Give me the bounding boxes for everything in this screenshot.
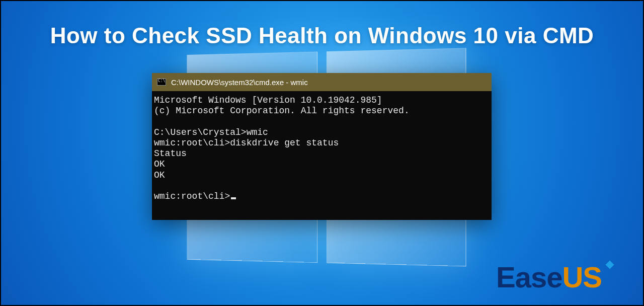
cmd-icon [157,79,166,86]
brand-text-us: US [562,260,602,294]
cursor-icon [231,197,236,199]
page-title: How to Check SSD Health on Windows 10 vi… [1,23,643,48]
cmd-line: Microsoft Windows [Version 10.0.19042.98… [154,95,382,105]
cmd-window-title: C:\WINDOWS\system32\cmd.exe - wmic [171,78,308,87]
tutorial-graphic: How to Check SSD Health on Windows 10 vi… [0,0,644,306]
cmd-titlebar[interactable]: C:\WINDOWS\system32\cmd.exe - wmic [152,73,492,91]
cmd-line: C:\Users\Crystal>wmic [154,127,268,137]
cmd-output[interactable]: Microsoft Windows [Version 10.0.19042.98… [152,91,492,220]
brand-text-ease: Ease [496,260,562,294]
cmd-prompt: wmic:root\cli> [154,191,230,201]
cmd-line: OK [154,170,165,180]
cmd-line: (c) Microsoft Corporation. All rights re… [154,106,410,116]
cmd-line: Status [154,148,187,159]
cmd-line: OK [154,159,165,169]
cmd-window: C:\WINDOWS\system32\cmd.exe - wmic Micro… [152,73,492,220]
brand-accent-icon [606,261,614,269]
brand-logo: EaseUS [496,260,602,294]
cmd-line: wmic:root\cli>diskdrive get status [154,138,339,148]
